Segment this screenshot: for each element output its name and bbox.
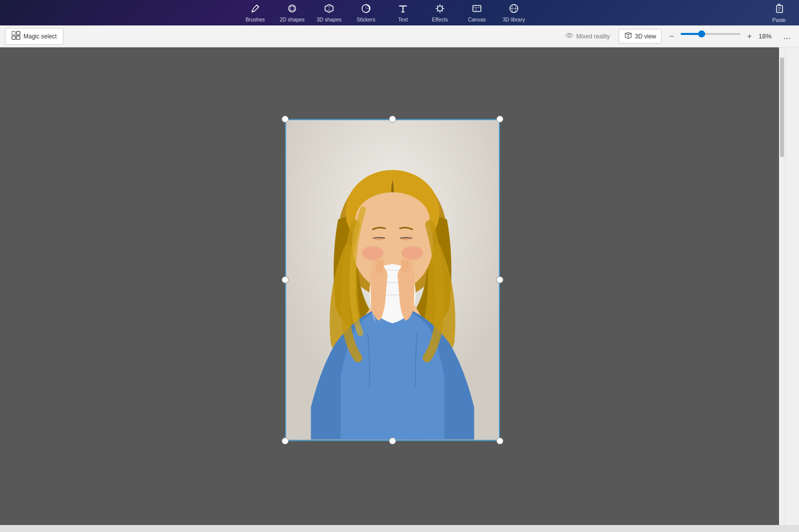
magic-select-label: Magic select [23,33,57,40]
3d-view-icon [624,31,632,41]
library3d-icon [508,3,519,15]
brushes-label: Brushes [246,16,265,22]
handle-bottom-right[interactable] [496,437,503,444]
handle-top-left[interactable] [282,115,289,122]
paste-label: Paste [773,17,786,23]
text-tool[interactable]: Text [386,1,420,24]
brushes-icon [250,3,261,15]
secondary-toolbar: Magic select Mixed reality 3D view [0,25,799,47]
library3d-label: 3D library [503,16,525,22]
handle-bottom-left[interactable] [282,437,289,444]
canvas-image [285,119,500,441]
3d-view-label: 3D view [635,33,656,40]
brushes-tool[interactable]: Brushes [238,1,273,24]
zoom-track [681,33,741,35]
stickers-label: Stickers [357,16,375,22]
svg-rect-12 [16,36,20,39]
svg-point-1 [289,5,296,12]
zoom-thumb[interactable] [698,30,705,37]
handle-top-center[interactable] [389,115,396,122]
shapes2d-icon [287,3,298,15]
handle-middle-right[interactable] [496,276,503,283]
handle-top-right[interactable] [496,115,503,122]
zoom-in-button[interactable]: + [744,30,756,42]
toolbar-tools: Brushes 2D shapes 3D shapes [5,1,764,24]
text-label: Text [398,16,407,22]
paste-icon [774,2,785,16]
canvas-label: Canvas [468,16,486,22]
svg-point-20 [362,246,384,260]
magic-select-button[interactable]: Magic select [5,28,63,45]
svg-point-13 [568,34,570,37]
handle-middle-left[interactable] [282,276,289,283]
library3d-tool[interactable]: 3D library [496,1,531,24]
svg-rect-9 [12,31,15,35]
effects-icon [434,3,445,15]
svg-rect-2 [290,6,294,10]
canvas-tool[interactable]: Canvas [459,1,494,24]
handle-bottom-center[interactable] [389,437,396,444]
stickers-tool[interactable]: Stickers [349,1,384,24]
selection-container[interactable] [285,119,500,441]
shapes2d-label: 2D shapes [280,16,305,22]
scroll-area[interactable] [779,47,785,525]
mixed-reality-label: Mixed reality [576,33,610,40]
svg-point-19 [356,192,430,247]
text-icon [398,3,408,15]
more-options-button[interactable]: ... [780,29,794,43]
effects-tool[interactable]: Effects [422,1,457,24]
zoom-out-button[interactable]: − [666,30,678,42]
zoom-value: 18% [759,32,776,40]
svg-point-21 [401,246,423,260]
svg-rect-5 [473,5,481,11]
mixed-reality-icon [565,31,574,41]
bottom-scrollbar[interactable] [0,525,799,532]
effects-label: Effects [432,16,448,22]
canvas-icon [471,3,482,15]
magic-select-icon [11,31,20,42]
stickers-icon [361,3,372,15]
svg-rect-11 [12,36,15,39]
toolbar-right: Mixed reality 3D view − + 18% ... [560,29,794,43]
shapes2d-tool[interactable]: 2D shapes [275,1,310,24]
main-area [0,47,799,525]
mixed-reality-button[interactable]: Mixed reality [560,29,615,43]
svg-point-0 [252,10,254,12]
right-panel [785,47,799,525]
shapes3d-icon [324,3,335,15]
svg-rect-10 [16,31,20,35]
zoom-controls: − + 18% [666,30,776,42]
3d-view-button[interactable]: 3D view [619,29,662,43]
paste-button[interactable]: Paste [764,1,794,24]
top-toolbar: Brushes 2D shapes 3D shapes [0,0,799,25]
shapes3d-label: 3D shapes [317,16,342,22]
shapes3d-tool[interactable]: 3D shapes [312,1,347,24]
zoom-slider-container[interactable] [681,33,741,40]
canvas-area [0,47,785,525]
scroll-thumb[interactable] [780,57,784,157]
